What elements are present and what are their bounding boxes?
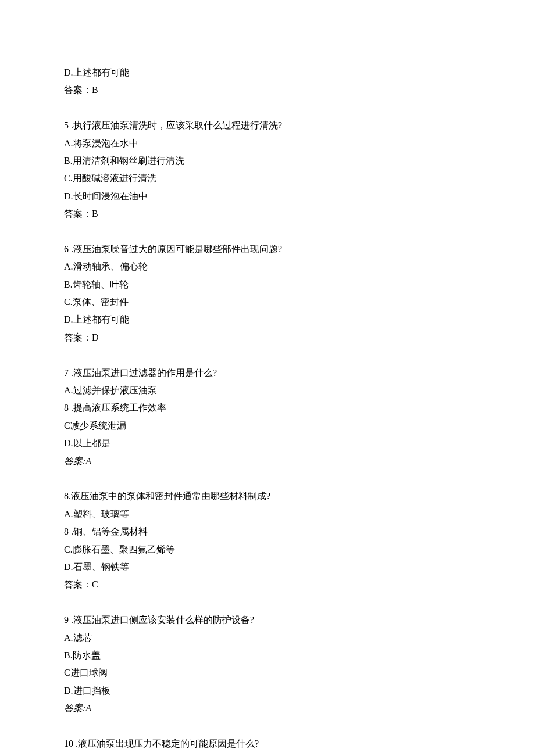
q6-question: 6 .液压油泵噪音过大的原因可能是哪些部件出现问题?	[64, 241, 471, 258]
q7-option-c: C减少系统泄漏	[64, 417, 471, 435]
q9-option-b: B.防水盖	[64, 647, 471, 664]
q8-question: 8.液压油泵中的泵体和密封件通常由哪些材料制成?	[64, 488, 471, 505]
spacer	[64, 594, 471, 611]
q10-question: 10 .液压油泵出现压力不稳定的可能原因是什么?	[64, 735, 471, 753]
spacer	[64, 223, 471, 241]
q6-option-c: C.泵体、密封件	[64, 293, 471, 311]
q8-option-c: C.膨胀石墨、聚四氟乙烯等	[64, 541, 471, 558]
q9-question: 9 .液压油泵进口侧应该安装什么样的防护设备?	[64, 611, 471, 629]
q5-option-b: B.用清洁剂和钢丝刷进行清洗	[64, 152, 471, 170]
q7-answer: 答案:A	[64, 453, 471, 470]
document-page: D.上述都有可能 答案：B 5 .执行液压油泵清洗时，应该采取什么过程进行清洗?…	[0, 0, 535, 756]
q8-option-b: 8 .铜、铝等金属材料	[64, 523, 471, 540]
q6-option-b: B.齿轮轴、叶轮	[64, 276, 471, 293]
q10-option-a: A.油液温度过高	[64, 753, 471, 756]
q8-option-a: A.塑料、玻璃等	[64, 506, 471, 523]
q4-answer: 答案：B	[64, 81, 471, 99]
q7-option-b: 8 .提高液压系统工作效率	[64, 399, 471, 417]
q9-option-d: D.进口挡板	[64, 682, 471, 700]
spacer	[64, 346, 471, 364]
q9-option-c: C进口球阀	[64, 664, 471, 682]
q5-option-a: A.将泵浸泡在水中	[64, 135, 471, 152]
spacer	[64, 717, 471, 734]
q4-option-d: D.上述都有可能	[64, 64, 471, 81]
spacer	[64, 470, 471, 488]
q9-option-a: A.滤芯	[64, 629, 471, 647]
q7-option-a: A.过滤并保护液压油泵	[64, 382, 471, 399]
q9-answer: 答案:A	[64, 700, 471, 717]
q6-option-d: D.上述都有可能	[64, 311, 471, 328]
q7-option-d: D.以上都是	[64, 435, 471, 452]
q5-answer: 答案：B	[64, 205, 471, 223]
q6-answer: 答案：D	[64, 329, 471, 346]
q7-question: 7 .液压油泵进口过滤器的作用是什么?	[64, 364, 471, 382]
spacer	[64, 99, 471, 117]
q5-option-c: C.用酸碱溶液进行清洗	[64, 170, 471, 187]
q8-option-d: D.石墨、钢铁等	[64, 558, 471, 576]
q8-answer: 答案：C	[64, 576, 471, 593]
q6-option-a: A.滑动轴承、偏心轮	[64, 258, 471, 275]
q5-option-d: D.长时间浸泡在油中	[64, 188, 471, 205]
q5-question: 5 .执行液压油泵清洗时，应该采取什么过程进行清洗?	[64, 117, 471, 134]
